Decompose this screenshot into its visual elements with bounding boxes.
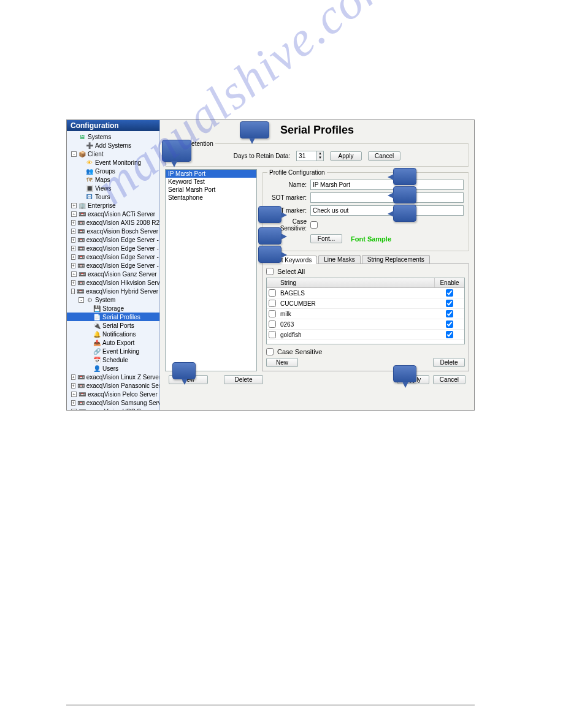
spin-down-icon[interactable]: ▼ — [317, 156, 323, 160]
keyword-enable-checkbox[interactable] — [446, 331, 453, 338]
name-label: Name: — [267, 181, 307, 188]
keyword-enable-checkbox[interactable] — [446, 300, 453, 307]
tree-item[interactable]: +📼exacqVision Edge Server - Axis — [67, 252, 159, 261]
tree-item[interactable]: +📼exacqVision Edge Server - Axis — [67, 244, 159, 252]
tree-item[interactable]: 📤Auto Export — [67, 338, 159, 347]
tree-item-label: Enterprise — [88, 202, 116, 209]
profile-list-item[interactable]: Stentaphone — [166, 194, 256, 202]
name-input[interactable] — [310, 180, 464, 190]
tree-expander-icon — [86, 357, 91, 363]
tree-item[interactable]: -📦Client — [67, 150, 159, 158]
tree-item[interactable]: 📄Serial Profiles — [67, 313, 159, 321]
keyword-enable-checkbox[interactable] — [446, 320, 453, 328]
tree-item[interactable]: 🔌Serial Ports — [67, 321, 159, 330]
tree-expander-icon[interactable]: + — [71, 383, 75, 389]
tree-item[interactable]: -📼exacqVision Hybrid Server — [67, 287, 159, 295]
tree-expander-icon[interactable]: - — [71, 151, 77, 157]
tree-item[interactable]: +📼exacqVision Edge Server - IQ76 — [67, 261, 159, 270]
kw-delete-button[interactable]: Delete — [433, 358, 465, 367]
keyword-select-checkbox[interactable] — [269, 320, 276, 328]
tree-item[interactable]: -⚙System — [67, 295, 159, 304]
tree-item[interactable]: +📼exacqVision Linux Z Server — [67, 373, 159, 381]
tree-item[interactable]: 💾Storage — [67, 304, 159, 313]
tree-expander-icon[interactable]: + — [71, 400, 75, 406]
kw-new-button[interactable]: New — [266, 358, 298, 367]
tree-expander-icon[interactable]: + — [71, 409, 77, 411]
tree-expander-icon[interactable]: - — [79, 297, 84, 303]
server-icon: 📼 — [79, 408, 86, 410]
tree-item[interactable]: +📼exacqVision Bosch Server — [67, 227, 159, 235]
tree-item[interactable]: 🔗Event Linking — [67, 347, 159, 355]
tree-expander-icon[interactable]: + — [71, 211, 77, 217]
tree-item[interactable]: +📼exacqVision UDP Server — [67, 407, 159, 410]
tree-expander-icon[interactable]: + — [71, 203, 77, 208]
tree-item[interactable]: +📼exacqVision Edge Server - Axis — [67, 235, 159, 244]
select-all-checkbox[interactable] — [266, 268, 274, 275]
tree-expander-icon[interactable]: + — [71, 263, 75, 268]
tree-item[interactable]: ➕Add Systems — [67, 141, 159, 150]
tree-item[interactable]: 🎞Tours — [67, 192, 159, 201]
days-retain-input[interactable] — [296, 151, 317, 161]
days-retain-spinner[interactable]: ▲▼ — [296, 151, 324, 161]
tree-item[interactable]: 📅Schedule — [67, 355, 159, 364]
tree-item-label: exacqVision Bosch Server — [86, 228, 158, 235]
tree-item-label: exacqVision Samsung Server — [86, 400, 159, 406]
retention-apply-button[interactable]: Apply — [330, 151, 362, 161]
tree-item[interactable]: +📼exacqVision Hikvision Server — [67, 278, 159, 287]
tree-item[interactable]: +📼exacqVision ACTi Server — [67, 210, 159, 218]
eot-input[interactable] — [310, 205, 464, 216]
callout-icon — [258, 246, 282, 263]
keyword-text: CUCUMBER — [278, 300, 435, 307]
kw-case-sensitive-checkbox[interactable] — [266, 348, 274, 355]
keyword-enable-checkbox[interactable] — [446, 310, 453, 317]
tree-expander-icon — [86, 332, 91, 337]
tree-item[interactable]: 🖥Systems — [67, 132, 159, 141]
keyword-select-checkbox[interactable] — [269, 310, 276, 317]
keyword-select-checkbox[interactable] — [269, 289, 276, 297]
tree-item[interactable]: 👁Event Monitoring — [67, 158, 159, 167]
profile-delete-button[interactable]: Delete — [224, 375, 263, 384]
tree-expander-icon[interactable]: + — [71, 220, 75, 226]
tree-expander-icon[interactable]: + — [71, 374, 75, 380]
tree-expander-icon[interactable]: - — [71, 289, 75, 294]
spin-up-icon[interactable]: ▲ — [317, 151, 323, 156]
profile-list[interactable]: IP Marsh PortKeyword TestSerial Marsh Po… — [165, 169, 257, 371]
nav-tree[interactable]: 🖥Systems➕Add Systems-📦Client👁Event Monit… — [67, 131, 159, 410]
tree-item[interactable]: +🏢Enterprise — [67, 201, 159, 210]
tree-item[interactable]: +📼exacqVision Samsung Server — [67, 398, 159, 407]
profile-list-item[interactable]: Keyword Test — [166, 178, 256, 186]
tab-line-masks[interactable]: Line Masks — [318, 255, 361, 264]
retention-cancel-button[interactable]: Cancel — [368, 151, 400, 161]
tree-item[interactable]: +📼exacqVision Ganz Server — [67, 270, 159, 278]
tree-item[interactable]: +📼exacqVision Panasonic Server — [67, 381, 159, 390]
keyword-enable-checkbox[interactable] — [446, 289, 453, 297]
tree-expander-icon[interactable]: + — [71, 229, 75, 234]
keyword-select-checkbox[interactable] — [269, 331, 276, 338]
tree-item[interactable]: 🔔Notifications — [67, 330, 159, 338]
sot-input[interactable] — [310, 192, 464, 203]
tree-expander-icon[interactable]: + — [71, 392, 77, 397]
tree-item[interactable]: 🔳Views — [67, 184, 159, 192]
tree-item[interactable]: +📼exacqVision Pelco Server — [67, 390, 159, 398]
keyword-select-checkbox[interactable] — [269, 300, 276, 307]
font-button[interactable]: Font... — [310, 234, 342, 243]
footer-cancel-button[interactable]: Cancel — [433, 375, 465, 384]
tree-item[interactable]: 🗺Maps — [67, 175, 159, 184]
keyword-row: CUCUMBER — [267, 298, 464, 309]
tree-expander-icon — [79, 143, 84, 148]
views-icon: 🔳 — [86, 184, 93, 192]
tree-expander-icon[interactable]: + — [71, 246, 75, 251]
case-sensitive-checkbox[interactable] — [310, 221, 318, 229]
profile-list-item[interactable]: IP Marsh Port — [166, 170, 256, 178]
profile-list-item[interactable]: Serial Marsh Port — [166, 186, 256, 194]
tree-expander-icon[interactable]: + — [71, 254, 75, 260]
tree-item[interactable]: +📼exacqVision AXIS 2008 R2 Serve — [67, 218, 159, 227]
sidebar: Configuration 🖥Systems➕Add Systems-📦Clie… — [67, 120, 160, 410]
tree-item[interactable]: 👤Users — [67, 364, 159, 373]
tree-item[interactable]: 👥Groups — [67, 167, 159, 175]
tab-string-replacements[interactable]: String Replacements — [362, 255, 430, 264]
sidebar-header: Configuration — [67, 120, 159, 131]
tree-expander-icon[interactable]: + — [71, 237, 75, 243]
tree-expander-icon[interactable]: + — [71, 280, 75, 286]
tree-expander-icon[interactable]: + — [71, 271, 77, 277]
